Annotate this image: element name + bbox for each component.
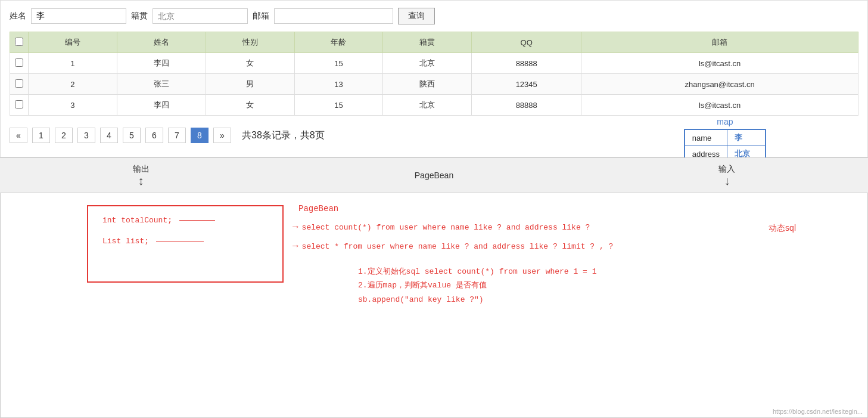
dynamic-sql-label: 动态sql — [769, 223, 796, 234]
cell-email: ls@itcast.cn — [581, 53, 858, 74]
col-header-gender: 性别 — [206, 32, 294, 53]
email-input[interactable] — [274, 8, 393, 24]
email-label: 邮箱 — [253, 11, 269, 21]
data-table: 编号 姓名 性别 年龄 籍贯 QQ 邮箱 1 李四 女 15 北京 888 — [10, 32, 858, 116]
field1-row: int totalCount; — [102, 216, 268, 225]
sql-line2-group: → select * from user where name like ? a… — [293, 241, 613, 252]
cell-name: 李四 — [117, 53, 206, 74]
page-btn-3[interactable]: 3 — [77, 128, 95, 143]
input-flow: 输入 ↓ — [718, 164, 735, 187]
row-checkbox[interactable] — [15, 100, 23, 109]
query-button[interactable]: 查询 — [398, 8, 435, 24]
cell-age: 15 — [294, 95, 383, 116]
table-row: 3 李四 女 15 北京 88888 ls@itcast.cn — [10, 95, 858, 116]
cell-hometown: 北京 — [383, 53, 472, 74]
cell-id: 2 — [29, 74, 117, 95]
next-page-btn[interactable]: » — [213, 128, 231, 143]
pagebean-title: PageBean — [298, 204, 338, 213]
col-header-age: 年龄 — [294, 32, 383, 53]
page-btn-5[interactable]: 5 — [123, 128, 141, 143]
cell-name: 张三 — [117, 74, 206, 95]
map-key: name — [685, 129, 727, 146]
row-checkbox[interactable] — [15, 58, 23, 67]
cell-gender: 女 — [206, 53, 294, 74]
page-btn-8[interactable]: 8 — [191, 128, 209, 143]
flow-section: 输出 ↕ PageBean 输入 ↓ — [0, 157, 868, 193]
col-header-hometown: 籍贯 — [383, 32, 472, 53]
page-btn-2[interactable]: 2 — [55, 128, 73, 143]
name-label: 姓名 — [10, 11, 26, 21]
cell-id: 1 — [29, 53, 117, 74]
page-btn-7[interactable]: 7 — [168, 128, 186, 143]
field1-line — [179, 220, 215, 221]
search-bar: 姓名 籍贯 邮箱 查询 — [10, 8, 858, 24]
field2-text: List list; — [102, 237, 149, 246]
col-header-email: 邮箱 — [581, 32, 858, 53]
cell-gender: 女 — [206, 95, 294, 116]
hometown-input[interactable] — [153, 8, 248, 24]
pagebean-box: int totalCount; List list; — [87, 205, 284, 283]
prev-page-btn[interactable]: « — [10, 128, 27, 143]
col-header-qq: QQ — [472, 32, 581, 53]
note-line2: 2.遍历map，判断其value 是否有值 — [358, 278, 596, 292]
page-btn-1[interactable]: 1 — [32, 128, 50, 143]
field2-row: List list; — [102, 237, 268, 246]
note-line1: 1.定义初始化sql select count(*) from user whe… — [358, 265, 596, 278]
cell-qq: 12345 — [472, 74, 581, 95]
sql-line1: select count(*) from user where name lik… — [302, 223, 590, 232]
sql-notes: 1.定义初始化sql select count(*) from user whe… — [358, 265, 596, 306]
cell-gender: 男 — [206, 74, 294, 95]
hometown-label: 籍贯 — [131, 11, 148, 21]
cell-age: 13 — [294, 74, 383, 95]
page-btn-6[interactable]: 6 — [145, 128, 163, 143]
cell-id: 3 — [29, 95, 117, 116]
col-header-id: 编号 — [29, 32, 117, 53]
cell-qq: 88888 — [472, 53, 581, 74]
note-line3: sb.append("and key like ?") — [358, 293, 596, 306]
row-checkbox[interactable] — [15, 79, 23, 88]
field2-line — [156, 241, 204, 241]
cell-name: 李四 — [117, 95, 206, 116]
map-value: 李 — [727, 129, 766, 146]
col-header-name: 姓名 — [117, 32, 206, 53]
output-flow: 输出 ↕ — [133, 164, 150, 187]
name-input[interactable] — [31, 8, 126, 24]
field1-text: int totalCount; — [102, 216, 172, 225]
map-label: map — [684, 117, 766, 126]
arrow-right-icon2: → — [293, 241, 298, 252]
sql-line2: select * from user where name like ? and… — [302, 242, 614, 251]
down-arrow-icon2: ↓ — [724, 175, 730, 187]
table-row: 2 张三 男 13 陕西 12345 zhangsan@itcast.cn — [10, 74, 858, 95]
url-text: https://blog.csdn.net/lesitegin... — [773, 408, 863, 415]
page-btn-4[interactable]: 4 — [100, 128, 118, 143]
cell-hometown: 陕西 — [383, 74, 472, 95]
cell-qq: 88888 — [472, 95, 581, 116]
page-info: 共38条记录，共8页 — [242, 129, 325, 142]
output-label: 输出 — [133, 164, 150, 175]
input-label: 输入 — [718, 164, 735, 175]
cell-hometown: 北京 — [383, 95, 472, 116]
down-arrow-icon: ↕ — [138, 175, 144, 187]
table-row: 1 李四 女 15 北京 88888 ls@itcast.cn — [10, 53, 858, 74]
sql-line1-group: → select count(*) from user where name l… — [293, 222, 590, 233]
map-row: name 李 — [685, 129, 766, 146]
pagebean-flow-label: PageBean — [415, 171, 453, 180]
arrow-right-icon: → — [293, 222, 298, 233]
cell-age: 15 — [294, 53, 383, 74]
cell-email: zhangsan@itcast.cn — [581, 74, 858, 95]
cell-email: ls@itcast.cn — [581, 95, 858, 116]
select-all-checkbox[interactable] — [15, 38, 23, 46]
bottom-section: int totalCount; List list; PageBean → se… — [0, 193, 868, 418]
